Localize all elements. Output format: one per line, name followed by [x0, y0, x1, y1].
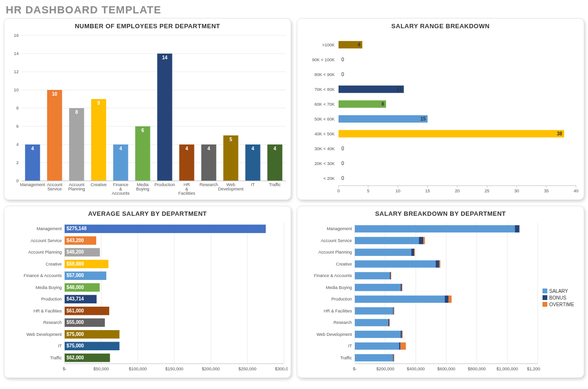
- svg-text:Research: Research: [333, 320, 352, 325]
- svg-text:$600,000: $600,000: [437, 367, 455, 371]
- svg-text:30: 30: [514, 189, 519, 193]
- svg-text:HR&Facilities: HR&Facilities: [178, 182, 195, 196]
- svg-text:Creative: Creative: [336, 262, 352, 267]
- svg-text:Research: Research: [200, 182, 218, 187]
- legend-swatch-salary-icon: [543, 289, 547, 293]
- bar: [91, 99, 106, 181]
- bar-segment: [393, 307, 394, 314]
- card-employees-per-dept: NUMBER OF EMPLOYEES PER DEPARTMENT 02468…: [4, 18, 291, 200]
- svg-text:Production: Production: [41, 297, 62, 301]
- legend-salary-breakdown: SALARY BONUS OVERTIME: [543, 287, 574, 309]
- bar-segment: [419, 237, 424, 244]
- svg-text:$43,200: $43,200: [67, 238, 84, 243]
- svg-text:$75,000: $75,000: [67, 332, 84, 337]
- svg-text:$48,000: $48,000: [67, 285, 84, 290]
- svg-text:4: 4: [31, 146, 34, 151]
- bar: [69, 108, 84, 181]
- bar-segment: [515, 225, 520, 233]
- bar-segment: [436, 260, 440, 267]
- chart-salary-range: 0510152025303540>100K490K < 100K080K < 9…: [301, 33, 581, 197]
- svg-text:20: 20: [455, 189, 460, 193]
- bar: [65, 224, 266, 233]
- bar-segment: [440, 260, 441, 267]
- bar-segment: [402, 331, 403, 338]
- bar-segment: [389, 319, 390, 326]
- svg-text:Traffic: Traffic: [340, 356, 352, 360]
- legend-item-overtime: OVERTIME: [543, 302, 574, 307]
- bar: [223, 135, 238, 181]
- svg-text:60K < 70K: 60K < 70K: [315, 102, 335, 107]
- svg-text:HR & Facilities: HR & Facilities: [34, 309, 62, 313]
- svg-text:$150,000: $150,000: [165, 367, 183, 371]
- svg-text:Finance&Accounts: Finance&Accounts: [112, 182, 130, 196]
- svg-text:35: 35: [544, 189, 549, 193]
- bar-segment: [393, 354, 394, 361]
- svg-text:20K < 30K: 20K < 30K: [315, 161, 335, 166]
- svg-text:Traffic: Traffic: [50, 356, 62, 360]
- svg-text:Management: Management: [36, 226, 62, 231]
- svg-text:$43,714: $43,714: [67, 296, 84, 301]
- svg-text:HR & Facilities: HR & Facilities: [324, 309, 352, 313]
- svg-text:Management: Management: [327, 226, 352, 231]
- svg-text:0: 0: [341, 72, 344, 77]
- bar-segment: [355, 343, 399, 350]
- legend-label-overtime: OVERTIME: [549, 302, 574, 307]
- svg-text:12: 12: [14, 69, 19, 74]
- legend-item-salary: SALARY: [543, 289, 574, 294]
- bar-segment: [355, 319, 388, 326]
- svg-text:10: 10: [396, 189, 400, 193]
- svg-text:$250,000: $250,000: [238, 367, 257, 371]
- svg-text:$800,000: $800,000: [468, 367, 486, 371]
- svg-text:$300,000: $300,000: [275, 367, 288, 371]
- chart-employees-per-dept: 02468101214164Management10AccountService…: [8, 33, 288, 197]
- svg-text:14: 14: [14, 51, 19, 56]
- bar-segment: [402, 284, 402, 291]
- svg-text:$200,000: $200,000: [202, 367, 220, 371]
- svg-text:AccountPlanning: AccountPlanning: [68, 182, 85, 191]
- svg-text:Finance & Accounts: Finance & Accounts: [314, 273, 352, 278]
- svg-text:8: 8: [75, 110, 78, 115]
- bar-segment: [449, 296, 452, 303]
- svg-text:30K < 40K: 30K < 40K: [315, 146, 335, 151]
- bar: [339, 100, 386, 108]
- svg-text:4: 4: [185, 146, 188, 151]
- chart-title-avg-salary: AVERAGE SALARY BY DEPARTMENT: [8, 210, 287, 217]
- svg-text:14: 14: [162, 55, 168, 60]
- bar-segment: [394, 307, 394, 314]
- svg-text:10: 10: [52, 91, 57, 97]
- svg-text:15: 15: [420, 116, 426, 122]
- svg-text:Account Service: Account Service: [31, 238, 62, 243]
- svg-text:4: 4: [16, 142, 19, 147]
- chart-title-salary-breakdown: SALARY BREAKDOWN BY DEPARTMENT: [301, 210, 580, 217]
- svg-text:$62,000: $62,000: [67, 355, 84, 360]
- svg-text:Production: Production: [154, 182, 175, 187]
- svg-text:Media Buying: Media Buying: [35, 285, 62, 290]
- svg-text:$1,000,000: $1,000,000: [497, 367, 518, 371]
- svg-text:$61,000: $61,000: [67, 308, 84, 313]
- bar-segment: [414, 249, 415, 256]
- bar: [135, 126, 150, 181]
- svg-text:Creative: Creative: [90, 182, 107, 187]
- svg-text:5: 5: [229, 137, 232, 142]
- svg-text:Creative: Creative: [45, 262, 62, 267]
- svg-text:80K < 90K: 80K < 90K: [315, 72, 335, 77]
- bar-segment: [390, 272, 391, 279]
- svg-text:MediaBuying: MediaBuying: [136, 182, 149, 191]
- svg-text:0: 0: [337, 189, 339, 193]
- svg-text:$55,000: $55,000: [67, 320, 84, 325]
- legend-swatch-overtime-icon: [543, 302, 547, 307]
- svg-text:$200,000: $200,000: [376, 367, 395, 371]
- svg-text:Account Planning: Account Planning: [28, 250, 62, 255]
- chart-salary-breakdown: $-$200,000$400,000$600,000$800,000$1,000…: [301, 220, 541, 375]
- svg-text:Research: Research: [43, 320, 62, 325]
- svg-text:90K < 100K: 90K < 100K: [312, 57, 335, 62]
- svg-text:4: 4: [207, 146, 210, 151]
- chart-title-employees: NUMBER OF EMPLOYEES PER DEPARTMENT: [8, 22, 287, 30]
- svg-text:$57,000: $57,000: [67, 273, 84, 278]
- svg-text:4: 4: [119, 146, 122, 151]
- svg-text:Web Development: Web Development: [317, 332, 352, 337]
- bar-segment: [401, 331, 402, 338]
- svg-text:0: 0: [341, 161, 344, 166]
- bar: [339, 86, 404, 93]
- bar-segment: [355, 260, 436, 267]
